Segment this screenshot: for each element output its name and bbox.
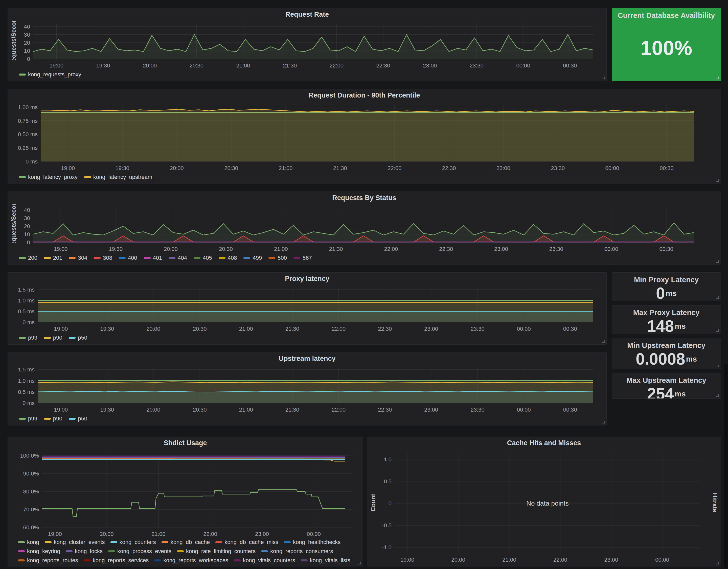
shdict-usage-chart[interactable]: 19:0020:0021:0022:0023:0000:0060.0%70.0%… <box>8 449 363 538</box>
legend-item[interactable]: kong_locks <box>66 548 103 555</box>
legend-item[interactable]: kong_healthchecks <box>284 539 340 545</box>
legend-item[interactable]: p99 <box>19 334 37 341</box>
request-duration-chart[interactable]: 19:0019:3020:0020:3021:0021:3022:0022:30… <box>8 101 721 173</box>
legend-item[interactable]: kong_reports_routes <box>18 557 78 564</box>
panel-title[interactable]: Upstream latency <box>8 352 606 364</box>
legend-item[interactable]: kong_vitals_lists <box>301 557 350 564</box>
panel-resize-handle[interactable] <box>602 340 605 342</box>
svg-text:1.5 ms: 1.5 ms <box>18 286 35 293</box>
legend-swatch-icon <box>215 541 222 543</box>
panel-resize-handle[interactable] <box>602 77 605 79</box>
panel-title[interactable]: Request Rate <box>8 8 606 20</box>
svg-text:23:00: 23:00 <box>496 165 510 171</box>
legend-label: p90 <box>53 334 62 341</box>
panel-resize-handle[interactable] <box>358 562 361 564</box>
legend-item[interactable]: kong_vitals_counters <box>234 557 295 564</box>
legend-item[interactable]: 405 <box>194 255 212 261</box>
chart-canvas[interactable]: 19:0020:0021:0022:0023:0000:001.00.50-0.… <box>367 449 721 566</box>
legend-item[interactable]: 401 <box>144 255 162 261</box>
panel-title[interactable]: Min Proxy Latency <box>612 274 721 285</box>
legend-label: p50 <box>78 334 87 341</box>
legend-item[interactable]: p99 <box>19 415 37 422</box>
panel-resize-handle[interactable] <box>716 179 719 182</box>
legend-item[interactable]: kong_process_events <box>108 548 171 555</box>
proxy-latency-chart[interactable]: 19:0019:3020:0020:3021:0021:3022:0022:30… <box>8 285 606 333</box>
request-rate-chart[interactable]: Requests/Second 19:0019:3020:0020:3021:0… <box>8 20 606 70</box>
legend-label: p90 <box>53 415 62 422</box>
chart-canvas[interactable]: 19:0019:3020:0020:3021:0021:3022:0022:30… <box>8 20 606 70</box>
legend-label: p99 <box>28 334 37 341</box>
legend-item[interactable]: 308 <box>94 255 112 261</box>
legend-swatch-icon <box>194 257 200 259</box>
legend-item[interactable]: kong_counters <box>110 539 156 545</box>
legend-item[interactable]: kong_cluster_events <box>45 539 105 545</box>
svg-text:No data points: No data points <box>526 499 569 507</box>
panel-title[interactable]: Cache Hits and Misses <box>367 437 721 449</box>
cache-hits-chart[interactable]: Count Hitrate 19:0020:0021:0022:0023:000… <box>367 449 721 566</box>
panel-title[interactable]: Max Upstream Latency <box>612 375 721 386</box>
legend-item[interactable]: 200 <box>19 255 37 261</box>
chart-canvas[interactable]: 19:0020:0021:0022:0023:0000:0060.0%70.0%… <box>8 449 363 538</box>
legend-item[interactable]: kong_rate_limiting_counters <box>177 548 256 555</box>
svg-text:30: 30 <box>24 215 30 221</box>
panel-title[interactable]: Min Upstream Latency <box>612 340 721 351</box>
page-scrollbar-thumb[interactable] <box>724 364 727 569</box>
svg-text:30: 30 <box>24 32 30 38</box>
upstream-latency-chart[interactable]: 19:0019:3020:0020:3021:0021:3022:0022:30… <box>8 364 606 414</box>
panel-title[interactable]: Request Duration - 90th Percentile <box>8 89 721 101</box>
legend-label: kong_latency_proxy <box>28 174 78 181</box>
svg-text:23:30: 23:30 <box>471 326 485 332</box>
legend-item[interactable]: 304 <box>69 255 87 261</box>
legend-item[interactable]: 567 <box>293 255 312 261</box>
panel-title[interactable]: Current Database Availbility <box>612 9 721 21</box>
legend-item[interactable]: p50 <box>69 415 87 422</box>
panel-resize-handle[interactable] <box>716 260 719 263</box>
panel-resize-handle[interactable] <box>716 364 719 367</box>
legend-item[interactable]: p90 <box>44 415 62 422</box>
legend-item[interactable]: kong_db_cache_miss <box>215 539 278 545</box>
legend-item[interactable]: kong_keyring <box>18 548 60 555</box>
svg-text:19:00: 19:00 <box>54 246 67 252</box>
panel-resize-handle[interactable] <box>716 329 719 332</box>
panel-title[interactable]: Requests By Status <box>8 192 721 204</box>
legend-item[interactable]: 400 <box>119 255 137 261</box>
legend-item[interactable]: kong_latency_upstream <box>84 174 152 181</box>
stat-value: 0 <box>656 285 665 301</box>
legend-item[interactable]: kong_db_cache <box>162 539 210 545</box>
svg-text:21:00: 21:00 <box>151 531 165 537</box>
legend-item[interactable]: kong <box>18 539 39 545</box>
legend-item[interactable]: 404 <box>169 255 187 261</box>
legend-item[interactable]: 500 <box>268 255 287 261</box>
panel-resize-handle[interactable] <box>716 296 719 299</box>
svg-text:23:00: 23:00 <box>604 557 618 563</box>
chart-canvas[interactable]: 19:0019:3020:0020:3021:0021:3022:0022:30… <box>8 204 721 254</box>
legend-item[interactable]: kong_reports_services <box>84 557 149 564</box>
panel-resize-handle[interactable] <box>716 394 719 397</box>
legend-swatch-icon <box>154 559 161 561</box>
panel-resize-handle[interactable] <box>716 562 719 564</box>
svg-text:00:00: 00:00 <box>605 165 619 171</box>
legend-item[interactable]: kong_reports_consumers <box>261 548 333 555</box>
chart-canvas[interactable]: 19:0019:3020:0020:3021:0021:3022:0022:30… <box>8 285 606 333</box>
legend-item[interactable]: p90 <box>44 334 62 341</box>
legend-item[interactable]: kong_requests_proxy <box>19 71 81 78</box>
legend-item[interactable]: 201 <box>44 255 62 261</box>
panel-title[interactable]: Shdict Usage <box>8 437 363 449</box>
svg-text:23:00: 23:00 <box>424 326 438 332</box>
legend-item[interactable]: 408 <box>219 255 237 261</box>
legend-item[interactable]: kong_latency_proxy <box>19 174 78 181</box>
panel-title[interactable]: Max Proxy Latency <box>612 307 721 318</box>
legend-label: kong_rate_limiting_counters <box>186 548 256 555</box>
panel-title[interactable]: Proxy latency <box>8 273 606 285</box>
panel-request-rate: Request Rate Requests/Second 19:0019:302… <box>8 8 607 81</box>
legend-item[interactable]: 499 <box>243 255 262 261</box>
chart-canvas[interactable]: 19:0019:3020:0020:3021:0021:3022:0022:30… <box>8 364 606 414</box>
legend-item[interactable]: p50 <box>69 334 87 341</box>
svg-text:-0.5: -0.5 <box>382 522 392 529</box>
panel-resize-handle[interactable] <box>602 421 605 423</box>
panel-resize-handle[interactable] <box>716 77 719 79</box>
legend-item[interactable]: kong_reports_workspaces <box>154 557 228 564</box>
svg-text:20:00: 20:00 <box>146 406 160 413</box>
requests-by-status-chart[interactable]: Requests/Second 19:0019:3020:0020:3021:0… <box>8 204 721 254</box>
chart-canvas[interactable]: 19:0019:3020:0020:3021:0021:3022:0022:30… <box>8 101 721 173</box>
